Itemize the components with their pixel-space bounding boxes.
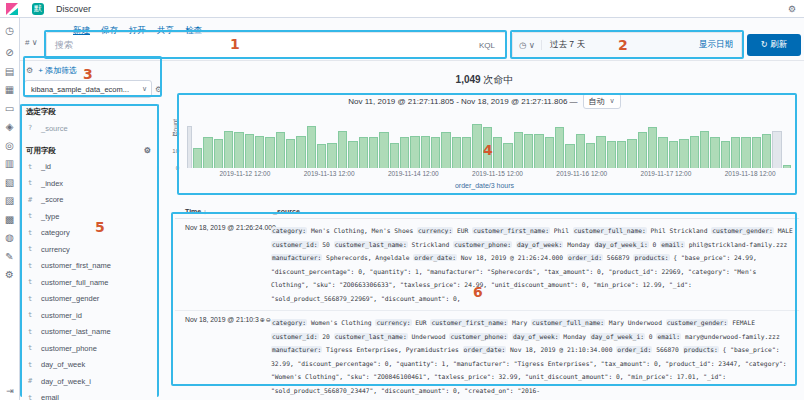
table-row[interactable]: Nov 18, 2019 @ 21:10:3⊕⊖category: Women'… <box>175 311 799 400</box>
toolbar-link[interactable]: 打开 <box>129 25 146 37</box>
field-item-_score[interactable]: #_score <box>28 192 165 209</box>
source-field-key: category: <box>271 227 307 234</box>
histogram-bar <box>379 132 388 168</box>
search-placeholder: 搜索 <box>55 39 73 52</box>
field-item-day_of_week[interactable]: tday_of_week <box>28 357 165 374</box>
field-item-_type[interactable]: t_type <box>28 208 165 225</box>
source-field-key: manufacturer: <box>271 346 322 353</box>
histogram-bar <box>317 144 326 168</box>
x-axis-ticks: 2019-11-12 12:002019-11-13 12:002019-11-… <box>187 170 787 180</box>
date-picker[interactable]: ◷ ∨ 过去 7 天 显示日期 <box>512 32 742 58</box>
time-column-header[interactable]: Time ↓ <box>185 208 273 215</box>
source-field-key: customer_first_name: <box>430 319 508 326</box>
refresh-button[interactable]: ↻ 刷新 <box>747 34 801 56</box>
histogram-bar <box>565 144 574 168</box>
histogram-bar <box>400 137 409 168</box>
histogram-bar <box>586 143 595 169</box>
field-type-badge: t <box>28 245 35 253</box>
histogram-bar <box>658 137 667 168</box>
query-language-button[interactable]: KQL <box>479 41 495 50</box>
field-item-customer_full_name[interactable]: tcustomer_full_name <box>28 274 165 291</box>
source-field-key: day_of_week: <box>516 241 564 248</box>
add-filter-button[interactable]: + 添加筛选 <box>38 65 77 76</box>
toolbar-link[interactable]: 保存 <box>101 25 118 37</box>
recently-viewed-icon[interactable]: ◷ <box>5 26 14 36</box>
available-fields-header: 可用字段 ⚙ <box>26 146 165 156</box>
x-tick-label: 2019-11-13 12:00 <box>304 170 355 177</box>
field-item-customer_last_name[interactable]: tcustomer_last_name <box>28 324 165 341</box>
histogram-bar <box>741 137 750 168</box>
toolbar-link[interactable]: 共享 <box>157 25 174 37</box>
source-field-key: customer_phone: <box>449 333 508 340</box>
table-header-row: Time ↓ _source <box>175 205 799 219</box>
field-item-customer_gender[interactable]: tcustomer_gender <box>28 291 165 308</box>
field-item-_id[interactable]: t_id <box>28 159 165 176</box>
visualize-icon[interactable]: ▤ <box>5 67 14 77</box>
fields-settings-icon[interactable]: ⚙ <box>144 146 151 155</box>
source-field-key: day_of_week: <box>512 333 560 340</box>
histogram-bar <box>276 132 285 168</box>
field-item-customer_first_name[interactable]: tcustomer_first_name <box>28 258 165 275</box>
toolbar-link[interactable]: 新建 <box>73 25 90 37</box>
source-column-header[interactable]: _source <box>273 208 300 215</box>
field-type-badge: # <box>28 377 35 385</box>
field-name: day_of_week_i <box>41 377 91 386</box>
logs-icon[interactable]: ▧ <box>5 178 14 188</box>
histogram-bar <box>234 132 243 168</box>
histogram-bar <box>607 141 616 168</box>
field-name: customer_last_name <box>41 327 111 336</box>
uptime-icon[interactable]: ▩ <box>5 215 14 225</box>
field-item-customer_phone[interactable]: tcustomer_phone <box>28 340 165 357</box>
management-icon[interactable]: ⚙ <box>5 270 14 280</box>
histogram-bar <box>700 131 709 168</box>
histogram-bar <box>638 132 647 168</box>
source-field-key: currency: <box>417 227 453 234</box>
histogram-bar <box>203 137 212 168</box>
dev-tools-icon[interactable]: ✎ <box>5 252 13 262</box>
histogram-bar <box>679 139 688 168</box>
date-range-label[interactable]: 过去 7 天 <box>550 39 585 51</box>
discover-toolbar: 新建保存打开共享检查 <box>73 25 202 37</box>
field-type-badge: t <box>28 328 35 336</box>
siem-icon[interactable]: ◍ <box>5 233 14 243</box>
field-item-email[interactable]: temail <box>28 390 165 400</box>
histogram-chart[interactable]: Count 01020 <box>181 110 793 168</box>
filter-gear-icon[interactable]: ⚙ <box>26 66 33 75</box>
index-settings-icon[interactable]: ⚙ <box>155 85 162 94</box>
maps-icon[interactable]: ◈ <box>6 122 14 132</box>
source-field-key: day_of_week_i: <box>590 333 645 340</box>
field-item-currency[interactable]: tcurrency <box>28 241 165 258</box>
index-pattern-select[interactable]: kibana_sample_data_ecom... ∨ <box>24 80 152 98</box>
histogram-bar <box>762 134 771 168</box>
kibana-logo-icon[interactable] <box>6 3 18 15</box>
apm-icon[interactable]: ▨ <box>5 196 14 206</box>
canvas-icon[interactable]: ▭ <box>5 104 14 114</box>
filter-menu-button[interactable]: # ∨ <box>25 38 38 47</box>
dashboard-icon[interactable]: ▦ <box>5 85 14 95</box>
field-item-_index[interactable]: t_index <box>28 175 165 192</box>
collapse-nav-icon[interactable]: ⇥ <box>0 386 20 396</box>
chart-time-range: Nov 11, 2019 @ 21:27:11.805 - Nov 18, 20… <box>165 93 804 109</box>
selected-fields-header: 选定字段 <box>26 107 165 117</box>
field-item-day_of_week_i[interactable]: #day_of_week_i <box>28 373 165 390</box>
source-field-key: customer_last_name: <box>334 241 408 248</box>
help-icon[interactable]: ⚙ <box>788 4 796 14</box>
source-field-key: currency: <box>375 319 411 326</box>
x-tick-label: 2019-11-12 12:00 <box>219 170 270 177</box>
kibana-discover-screen: 默 Discover ⚙ ◷⊘▤▦▭◈◎▥▧▨▩◍✎⚙⇥ 新建保存打开共享检查 … <box>0 0 804 400</box>
table-row[interactable]: Nov 18, 2019 @ 21:26:24.000category: Men… <box>175 219 799 311</box>
field-item-source[interactable]: ? _source <box>28 120 165 137</box>
space-avatar[interactable]: 默 <box>32 3 44 15</box>
machine-learning-icon[interactable]: ◎ <box>5 141 14 151</box>
field-item-customer_id[interactable]: tcustomer_id <box>28 307 165 324</box>
source-field-key: order_id: <box>616 346 652 353</box>
field-name: _type <box>41 212 59 221</box>
clock-icon[interactable]: ◷ ∨ <box>513 40 542 50</box>
discover-icon[interactable]: ⊘ <box>5 48 13 58</box>
zoom-in-icon[interactable]: ⊕ <box>260 316 265 323</box>
interval-select[interactable]: 自动∨ <box>583 93 621 109</box>
field-item-category[interactable]: tcategory <box>28 225 165 242</box>
toolbar-link[interactable]: 检查 <box>185 25 202 37</box>
infrastructure-icon[interactable]: ▥ <box>5 159 14 169</box>
show-dates-button[interactable]: 显示日期 <box>699 39 733 51</box>
